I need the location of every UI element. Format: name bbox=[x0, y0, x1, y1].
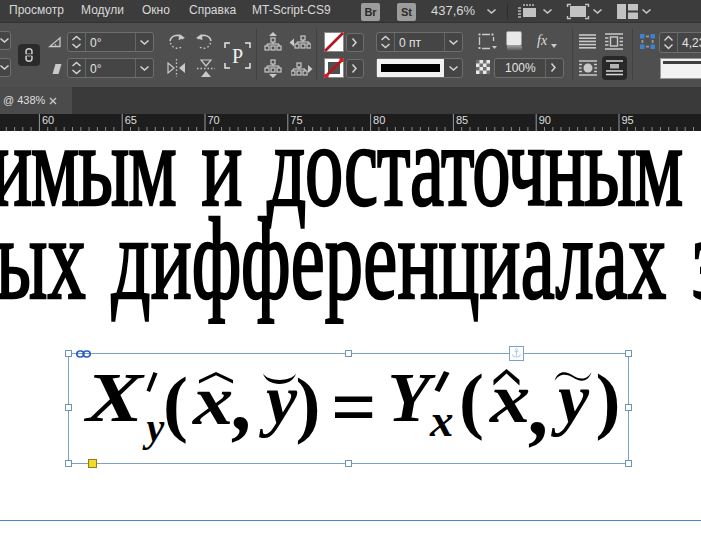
svg-text:70: 70 bbox=[208, 114, 220, 126]
svg-text:65: 65 bbox=[125, 114, 137, 126]
svg-text:80: 80 bbox=[373, 114, 385, 126]
svg-text:P: P bbox=[232, 45, 243, 67]
svg-text:95: 95 bbox=[622, 114, 634, 126]
svg-text:90: 90 bbox=[539, 114, 551, 126]
svg-text:60: 60 bbox=[42, 114, 54, 126]
svg-text:75: 75 bbox=[290, 114, 302, 126]
svg-text:85: 85 bbox=[456, 114, 468, 126]
